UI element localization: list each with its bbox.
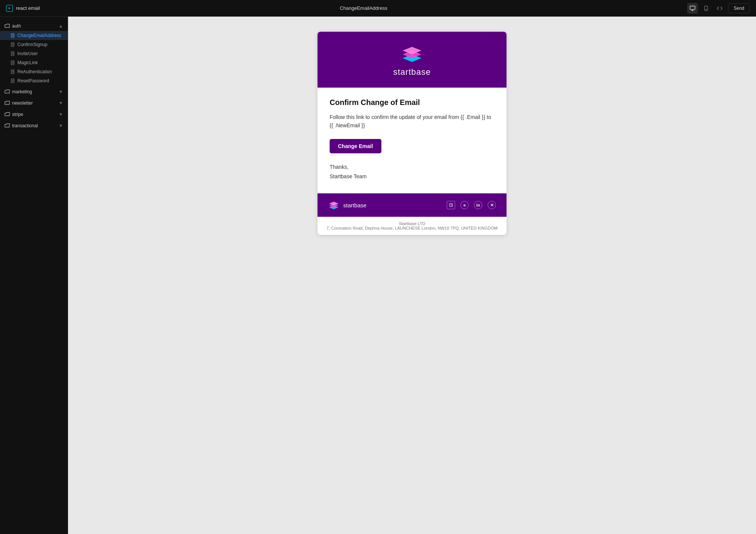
sidebar-section-auth: auth ▲ ChangeEmailAddress ConfirmSignup — [0, 21, 68, 85]
svg-point-9 — [464, 205, 465, 206]
sidebar-item-reset-password[interactable]: ResetPassword — [0, 76, 68, 85]
sidebar-item-label: ConfirmSignup — [17, 42, 47, 47]
sidebar-item-confirm-signup[interactable]: ConfirmSignup — [0, 40, 68, 49]
auth-chevron-icon: ▲ — [59, 24, 63, 28]
notion-icon[interactable] — [447, 201, 455, 209]
auth-folder-icon — [5, 23, 10, 29]
stripe-group-left: stripe — [5, 112, 23, 117]
main-content: startbase Confirm Change of Email Follow… — [68, 17, 756, 534]
file-icon — [11, 33, 15, 38]
app-logo: ✦ react email — [6, 5, 40, 12]
company-address: 7, Coronation Road, Dephna House, LAUNCH… — [322, 226, 502, 230]
sidebar-item-label: ChangeEmailAddress — [17, 33, 61, 38]
sidebar-group-stripe[interactable]: stripe ▼ — [0, 110, 68, 119]
file-icon — [11, 51, 15, 56]
sign-name: Startbase Team — [330, 172, 494, 181]
transactional-group-label: transactional — [12, 123, 38, 128]
stripe-group-label: stripe — [12, 112, 23, 117]
email-footer: startbase in ✕ — [318, 193, 507, 217]
file-icon — [11, 79, 15, 83]
sign-thanks: Thanks, — [330, 162, 494, 172]
file-icon — [11, 60, 15, 65]
newsletter-chevron-icon: ▼ — [59, 101, 63, 105]
file-icon — [11, 42, 15, 47]
email-body-text: Follow this link to confirm the update o… — [330, 113, 494, 130]
change-email-button[interactable]: Change Email — [330, 139, 381, 153]
sidebar: auth ▲ ChangeEmailAddress ConfirmSignup — [0, 17, 68, 534]
sidebar-item-magic-link[interactable]: MagicLink — [0, 58, 68, 67]
send-button[interactable]: Send — [728, 3, 750, 13]
email-address-block: Startbase LTD 7, Coronation Road, Dephna… — [318, 217, 507, 235]
footer-logo-svg — [328, 200, 339, 210]
email-header-logo: startbase — [393, 44, 431, 77]
topbar-title: ChangeEmailAddress — [340, 5, 387, 11]
auth-group-left: auth — [5, 23, 21, 29]
marketing-folder-icon — [5, 89, 10, 94]
email-body: Confirm Change of Email Follow this link… — [318, 88, 507, 193]
sidebar-item-label: ReAuthentication — [17, 69, 52, 74]
topbar-center: ChangeEmailAddress — [40, 5, 687, 11]
stripe-chevron-icon: ▼ — [59, 112, 63, 117]
marketing-chevron-icon: ▼ — [59, 90, 63, 94]
sidebar-group-newsletter[interactable]: newsletter ▼ — [0, 98, 68, 108]
sidebar-section-newsletter: newsletter ▼ — [0, 98, 68, 108]
sidebar-section-stripe: stripe ▼ — [0, 110, 68, 119]
podcast-icon[interactable] — [460, 201, 469, 209]
sidebar-group-auth[interactable]: auth ▲ — [0, 21, 68, 31]
transactional-group-left: transactional — [5, 123, 38, 128]
email-brand-name: startbase — [393, 67, 431, 77]
company-name: Startbase LTD — [322, 221, 502, 226]
logo-stack-svg — [401, 44, 423, 63]
footer-logo: startbase — [328, 200, 367, 210]
marketing-group-label: marketing — [12, 89, 32, 94]
logo-icon: ✦ — [6, 5, 13, 12]
linkedin-icon[interactable]: in — [474, 201, 482, 209]
email-heading: Confirm Change of Email — [330, 98, 494, 107]
file-icon — [11, 69, 15, 74]
sidebar-item-re-authentication[interactable]: ReAuthentication — [0, 67, 68, 76]
app-title: react email — [16, 5, 40, 11]
newsletter-group-left: newsletter — [5, 100, 33, 106]
sidebar-section-transactional: transactional ▼ — [0, 121, 68, 131]
email-signature: Thanks, Startbase Team — [330, 162, 494, 181]
sidebar-item-label: InviteUser — [17, 51, 38, 56]
sidebar-item-change-email-address[interactable]: ChangeEmailAddress — [0, 31, 68, 40]
marketing-group-left: marketing — [5, 89, 32, 94]
sidebar-item-invite-user[interactable]: InviteUser — [0, 49, 68, 58]
email-preview-card: startbase Confirm Change of Email Follow… — [318, 32, 507, 235]
code-view-button[interactable] — [714, 3, 725, 14]
newsletter-group-label: newsletter — [12, 100, 33, 106]
topbar-actions: Send — [687, 3, 750, 14]
svg-rect-0 — [690, 6, 695, 9]
newsletter-folder-icon — [5, 100, 10, 106]
svg-point-2 — [706, 9, 706, 9]
sidebar-item-label: ResetPassword — [17, 78, 49, 83]
sidebar-section-marketing: marketing ▼ — [0, 87, 68, 97]
transactional-folder-icon — [5, 123, 10, 128]
stripe-folder-icon — [5, 112, 10, 117]
app-body: auth ▲ ChangeEmailAddress ConfirmSignup — [0, 17, 756, 534]
sidebar-group-marketing[interactable]: marketing ▼ — [0, 87, 68, 97]
mobile-view-button[interactable] — [701, 3, 711, 14]
x-twitter-icon[interactable]: ✕ — [488, 201, 496, 209]
footer-brand-name: startbase — [343, 202, 367, 208]
desktop-view-button[interactable] — [687, 3, 698, 14]
sidebar-group-transactional[interactable]: transactional ▼ — [0, 121, 68, 131]
sidebar-item-label: MagicLink — [17, 60, 38, 65]
email-header: startbase — [318, 32, 507, 88]
footer-social-icons: in ✕ — [447, 201, 496, 209]
auth-group-label: auth — [12, 23, 21, 29]
topbar: ✦ react email ChangeEmailAddress Send — [0, 0, 756, 17]
transactional-chevron-icon: ▼ — [59, 123, 63, 128]
